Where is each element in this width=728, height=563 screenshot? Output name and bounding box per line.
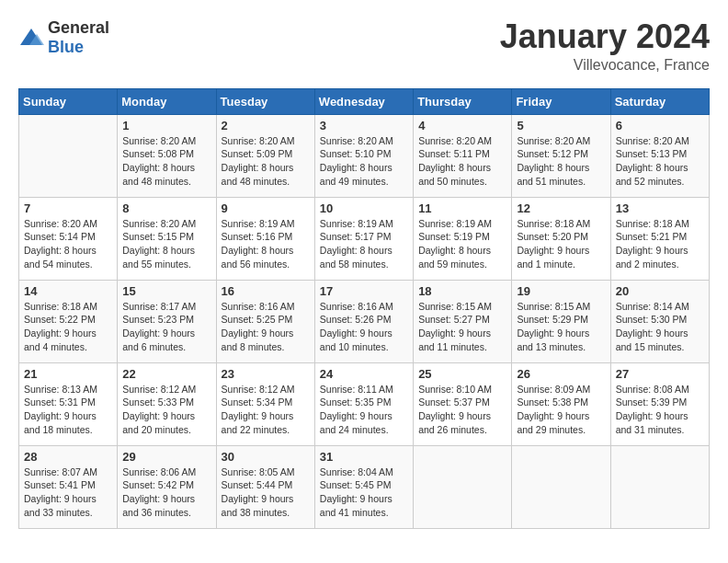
header-cell-friday: Friday bbox=[512, 88, 610, 114]
day-cell: 10Sunrise: 8:19 AMSunset: 5:17 PMDayligh… bbox=[314, 197, 413, 280]
day-cell: 20Sunrise: 8:14 AMSunset: 5:30 PMDayligh… bbox=[610, 280, 709, 362]
day-info: Sunrise: 8:05 AMSunset: 5:44 PMDaylight:… bbox=[222, 466, 295, 518]
day-info: Sunrise: 8:14 AMSunset: 5:30 PMDaylight:… bbox=[616, 301, 689, 352]
day-info: Sunrise: 8:07 AMSunset: 5:41 PMDaylight:… bbox=[24, 466, 97, 518]
header-cell-sunday: Sunday bbox=[19, 88, 118, 114]
day-number: 4 bbox=[418, 119, 506, 132]
day-info: Sunrise: 8:20 AMSunset: 5:14 PMDaylight:… bbox=[24, 218, 97, 270]
header-cell-wednesday: Wednesday bbox=[314, 88, 413, 114]
day-number: 25 bbox=[418, 367, 506, 381]
day-cell: 30Sunrise: 8:05 AMSunset: 5:44 PMDayligh… bbox=[216, 445, 314, 528]
day-info: Sunrise: 8:18 AMSunset: 5:22 PMDaylight:… bbox=[24, 301, 97, 352]
day-cell: 21Sunrise: 8:13 AMSunset: 5:31 PMDayligh… bbox=[19, 362, 118, 445]
day-info: Sunrise: 8:09 AMSunset: 5:38 PMDaylight:… bbox=[517, 384, 590, 435]
day-info: Sunrise: 8:20 AMSunset: 5:09 PMDaylight:… bbox=[222, 135, 295, 187]
day-number: 26 bbox=[517, 367, 605, 381]
location-title: Villevocance, France bbox=[500, 57, 710, 74]
day-cell: 7Sunrise: 8:20 AMSunset: 5:14 PMDaylight… bbox=[19, 197, 118, 280]
day-info: Sunrise: 8:16 AMSunset: 5:26 PMDaylight:… bbox=[320, 301, 393, 352]
day-info: Sunrise: 8:08 AMSunset: 5:39 PMDaylight:… bbox=[616, 384, 689, 435]
day-number: 17 bbox=[320, 284, 408, 298]
day-number: 11 bbox=[418, 201, 506, 215]
week-row-2: 7Sunrise: 8:20 AMSunset: 5:14 PMDaylight… bbox=[19, 197, 710, 280]
day-number: 15 bbox=[122, 284, 210, 298]
day-number: 12 bbox=[517, 201, 605, 215]
day-cell: 17Sunrise: 8:16 AMSunset: 5:26 PMDayligh… bbox=[314, 280, 413, 362]
day-info: Sunrise: 8:17 AMSunset: 5:23 PMDaylight:… bbox=[122, 301, 196, 352]
day-cell: 5Sunrise: 8:20 AMSunset: 5:12 PMDaylight… bbox=[512, 114, 610, 197]
header-cell-thursday: Thursday bbox=[414, 88, 512, 114]
day-cell: 12Sunrise: 8:18 AMSunset: 5:20 PMDayligh… bbox=[512, 197, 610, 280]
week-row-4: 21Sunrise: 8:13 AMSunset: 5:31 PMDayligh… bbox=[19, 362, 710, 445]
day-number: 10 bbox=[320, 201, 408, 215]
day-number: 16 bbox=[222, 284, 310, 298]
day-number: 27 bbox=[616, 367, 704, 381]
day-number: 21 bbox=[24, 367, 112, 381]
week-row-3: 14Sunrise: 8:18 AMSunset: 5:22 PMDayligh… bbox=[19, 280, 710, 362]
day-cell: 13Sunrise: 8:18 AMSunset: 5:21 PMDayligh… bbox=[610, 197, 709, 280]
day-info: Sunrise: 8:12 AMSunset: 5:33 PMDaylight:… bbox=[122, 384, 196, 435]
day-number: 9 bbox=[222, 201, 310, 215]
day-number: 22 bbox=[122, 367, 210, 381]
page-header: General Blue January 2024 Villevocance, … bbox=[18, 18, 710, 74]
day-number: 30 bbox=[222, 450, 310, 464]
header-cell-monday: Monday bbox=[118, 88, 216, 114]
day-cell: 1Sunrise: 8:20 AMSunset: 5:08 PMDaylight… bbox=[118, 114, 216, 197]
day-number: 6 bbox=[616, 119, 704, 132]
day-number: 1 bbox=[122, 119, 210, 132]
logo-icon bbox=[18, 27, 44, 49]
day-cell: 6Sunrise: 8:20 AMSunset: 5:13 PMDaylight… bbox=[610, 114, 709, 197]
day-number: 20 bbox=[616, 284, 704, 298]
day-info: Sunrise: 8:19 AMSunset: 5:16 PMDaylight:… bbox=[222, 218, 295, 270]
day-cell: 25Sunrise: 8:10 AMSunset: 5:37 PMDayligh… bbox=[414, 362, 512, 445]
day-number: 3 bbox=[320, 119, 408, 132]
day-cell: 26Sunrise: 8:09 AMSunset: 5:38 PMDayligh… bbox=[512, 362, 610, 445]
day-info: Sunrise: 8:10 AMSunset: 5:37 PMDaylight:… bbox=[418, 384, 492, 435]
calendar-table: SundayMondayTuesdayWednesdayThursdayFrid… bbox=[18, 88, 710, 529]
day-cell: 22Sunrise: 8:12 AMSunset: 5:33 PMDayligh… bbox=[118, 362, 216, 445]
day-cell: 18Sunrise: 8:15 AMSunset: 5:27 PMDayligh… bbox=[414, 280, 512, 362]
day-number: 19 bbox=[517, 284, 605, 298]
day-number: 5 bbox=[517, 119, 605, 132]
day-cell: 28Sunrise: 8:07 AMSunset: 5:41 PMDayligh… bbox=[19, 445, 118, 528]
day-cell: 19Sunrise: 8:15 AMSunset: 5:29 PMDayligh… bbox=[512, 280, 610, 362]
logo-general: General bbox=[48, 18, 109, 37]
day-number: 18 bbox=[418, 284, 506, 298]
day-info: Sunrise: 8:04 AMSunset: 5:45 PMDaylight:… bbox=[320, 466, 393, 518]
logo: General Blue bbox=[18, 18, 109, 57]
day-info: Sunrise: 8:18 AMSunset: 5:20 PMDaylight:… bbox=[517, 218, 590, 270]
day-cell: 9Sunrise: 8:19 AMSunset: 5:16 PMDaylight… bbox=[216, 197, 314, 280]
day-info: Sunrise: 8:20 AMSunset: 5:12 PMDaylight:… bbox=[517, 135, 590, 187]
day-number: 8 bbox=[122, 201, 210, 215]
week-row-5: 28Sunrise: 8:07 AMSunset: 5:41 PMDayligh… bbox=[19, 445, 710, 528]
day-info: Sunrise: 8:06 AMSunset: 5:42 PMDaylight:… bbox=[122, 466, 196, 518]
header-cell-tuesday: Tuesday bbox=[216, 88, 314, 114]
day-number: 29 bbox=[122, 450, 210, 464]
day-cell bbox=[512, 445, 610, 528]
day-info: Sunrise: 8:20 AMSunset: 5:13 PMDaylight:… bbox=[616, 135, 689, 187]
day-number: 31 bbox=[320, 450, 408, 464]
day-info: Sunrise: 8:19 AMSunset: 5:19 PMDaylight:… bbox=[418, 218, 492, 270]
day-info: Sunrise: 8:20 AMSunset: 5:08 PMDaylight:… bbox=[122, 135, 196, 187]
day-number: 28 bbox=[24, 450, 112, 464]
day-info: Sunrise: 8:15 AMSunset: 5:29 PMDaylight:… bbox=[517, 301, 590, 352]
day-info: Sunrise: 8:20 AMSunset: 5:15 PMDaylight:… bbox=[122, 218, 196, 270]
day-number: 2 bbox=[222, 119, 310, 132]
day-cell bbox=[414, 445, 512, 528]
calendar-body: 1Sunrise: 8:20 AMSunset: 5:08 PMDaylight… bbox=[19, 114, 710, 528]
month-title: January 2024 bbox=[500, 18, 710, 55]
day-number: 24 bbox=[320, 367, 408, 381]
day-cell: 16Sunrise: 8:16 AMSunset: 5:25 PMDayligh… bbox=[216, 280, 314, 362]
day-info: Sunrise: 8:13 AMSunset: 5:31 PMDaylight:… bbox=[24, 384, 97, 435]
day-cell: 27Sunrise: 8:08 AMSunset: 5:39 PMDayligh… bbox=[610, 362, 709, 445]
day-info: Sunrise: 8:15 AMSunset: 5:27 PMDaylight:… bbox=[418, 301, 492, 352]
day-cell: 4Sunrise: 8:20 AMSunset: 5:11 PMDaylight… bbox=[414, 114, 512, 197]
day-info: Sunrise: 8:20 AMSunset: 5:11 PMDaylight:… bbox=[418, 135, 492, 187]
header-cell-saturday: Saturday bbox=[610, 88, 709, 114]
day-info: Sunrise: 8:11 AMSunset: 5:35 PMDaylight:… bbox=[320, 384, 393, 435]
logo-text: General Blue bbox=[48, 18, 109, 57]
day-cell: 2Sunrise: 8:20 AMSunset: 5:09 PMDaylight… bbox=[216, 114, 314, 197]
calendar-header: SundayMondayTuesdayWednesdayThursdayFrid… bbox=[19, 88, 710, 114]
day-cell: 23Sunrise: 8:12 AMSunset: 5:34 PMDayligh… bbox=[216, 362, 314, 445]
day-info: Sunrise: 8:19 AMSunset: 5:17 PMDaylight:… bbox=[320, 218, 393, 270]
